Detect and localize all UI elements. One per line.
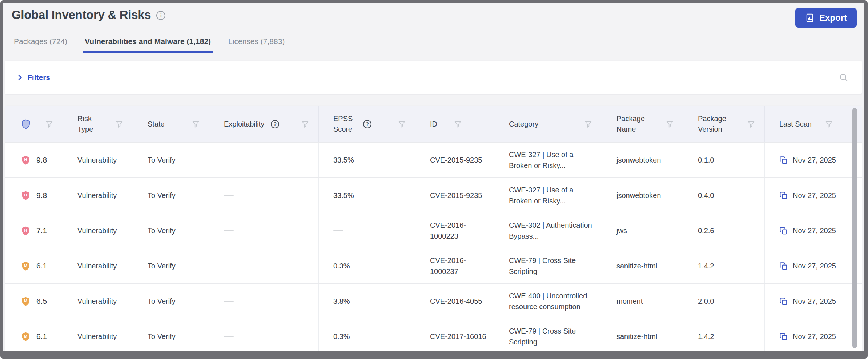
- last-scan-cell: Nov 27, 2025: [764, 248, 862, 283]
- package-name-cell: jws: [602, 213, 683, 248]
- state-cell: To Verify: [133, 284, 209, 319]
- state-cell: To Verify: [133, 319, 209, 351]
- page-title: Global Inventory & Risks: [12, 8, 151, 22]
- risk-type-cell: Vulnerability: [63, 248, 133, 283]
- column-header-package-name[interactable]: Package Name: [602, 106, 683, 142]
- epss-score-cell: 0.3%: [318, 319, 415, 351]
- severity-high-shield-icon: H: [21, 155, 30, 165]
- tab-packages[interactable]: Packages (724): [12, 33, 69, 53]
- filters-bar: Filters: [5, 61, 862, 94]
- filter-icon[interactable]: [666, 120, 674, 128]
- cve-id-cell: CVE-2017-16016: [415, 319, 494, 351]
- package-version-cell: 2.0.0: [683, 284, 764, 319]
- table-row[interactable]: M 6.5 Vulnerability To Verify — 3.8% CVE…: [5, 283, 862, 319]
- table-row[interactable]: H 7.1 Vulnerability To Verify — — CVE-20…: [5, 213, 862, 248]
- search-icon[interactable]: [839, 72, 849, 83]
- severity-cell: H 9.8: [5, 178, 63, 213]
- help-icon[interactable]: [363, 120, 371, 128]
- tab-licenses[interactable]: Licenses (7,883): [226, 33, 287, 53]
- copy-icon[interactable]: [779, 297, 788, 306]
- export-button[interactable]: Export: [795, 8, 857, 28]
- exploitability-cell: —: [209, 319, 318, 351]
- copy-icon[interactable]: [779, 191, 788, 200]
- table-row[interactable]: H 9.8 Vulnerability To Verify — 33.5% CV…: [5, 177, 862, 213]
- info-icon[interactable]: [156, 11, 165, 20]
- page-content: Global Inventory & Risks Export Packages…: [3, 3, 864, 351]
- column-header-last-scan[interactable]: Last Scan: [764, 106, 862, 142]
- column-header-exploitability[interactable]: Exploitability: [209, 106, 318, 142]
- state-cell: To Verify: [133, 213, 209, 248]
- exploitability-cell: —: [209, 284, 318, 319]
- category-cell: CWE-327 | Use of a Broken or Risky...: [494, 143, 602, 177]
- exploitability-cell: —: [209, 143, 318, 177]
- column-header-id[interactable]: ID: [415, 106, 494, 142]
- title-wrap: Global Inventory & Risks: [12, 8, 165, 22]
- table-row[interactable]: H 9.8 Vulnerability To Verify — 33.5% CV…: [5, 142, 862, 177]
- last-scan-cell: Nov 27, 2025: [764, 143, 862, 177]
- filter-icon[interactable]: [584, 120, 592, 128]
- severity-medium-shield-icon: M: [21, 332, 30, 342]
- epss-score-cell: —: [318, 213, 415, 248]
- column-header-risk-type[interactable]: Risk Type: [63, 106, 133, 142]
- table-header-row: Risk Type State Exploitability: [5, 106, 862, 142]
- state-cell: To Verify: [133, 248, 209, 283]
- epss-score-cell: 33.5%: [318, 143, 415, 177]
- severity-score: 9.8: [36, 156, 47, 164]
- page-header: Global Inventory & Risks Export: [5, 3, 862, 28]
- package-name-cell: jsonwebtoken: [602, 143, 683, 177]
- severity-cell: H 7.1: [5, 213, 63, 248]
- column-header-state[interactable]: State: [133, 106, 209, 142]
- filter-icon[interactable]: [45, 120, 53, 128]
- severity-cell: M 6.5: [5, 284, 63, 319]
- severity-high-shield-icon: H: [21, 191, 30, 200]
- filter-icon[interactable]: [116, 120, 123, 128]
- severity-medium-shield-icon: M: [21, 296, 30, 306]
- filter-icon[interactable]: [747, 120, 755, 128]
- copy-icon[interactable]: [779, 332, 788, 341]
- filter-icon[interactable]: [301, 120, 309, 128]
- filter-icon[interactable]: [454, 120, 462, 128]
- state-cell: To Verify: [133, 143, 209, 177]
- column-header-epss-score[interactable]: EPSS Score: [318, 106, 415, 142]
- column-header-category[interactable]: Category: [494, 106, 602, 142]
- severity-score: 7.1: [36, 226, 47, 235]
- cve-id-cell: CVE-2016-1000237: [415, 248, 494, 283]
- filters-label: Filters: [27, 73, 50, 82]
- last-scan-cell: Nov 27, 2025: [764, 213, 862, 248]
- filter-icon[interactable]: [398, 120, 406, 128]
- filter-icon[interactable]: [825, 120, 833, 128]
- exploitability-cell: —: [209, 248, 318, 283]
- severity-cell: M 6.1: [5, 319, 63, 351]
- severity-high-shield-icon: H: [21, 226, 30, 236]
- exploitability-cell: —: [209, 213, 318, 248]
- risk-type-cell: Vulnerability: [63, 143, 133, 177]
- copy-icon[interactable]: [779, 227, 788, 235]
- epss-score-cell: 0.3%: [318, 248, 415, 283]
- cve-id-cell: CVE-2016-1000223: [415, 213, 494, 248]
- severity-cell: H 9.8: [5, 143, 63, 177]
- filters-toggle[interactable]: Filters: [17, 73, 50, 82]
- package-name-cell: moment: [602, 284, 683, 319]
- table-scrollbar[interactable]: [852, 108, 857, 348]
- package-name-cell: sanitize-html: [602, 319, 683, 351]
- severity-score: 6.1: [36, 332, 47, 341]
- last-scan-cell: Nov 27, 2025: [764, 284, 862, 319]
- export-report-icon: [805, 13, 815, 23]
- help-icon[interactable]: [271, 120, 279, 128]
- tab-vulnerabilities-and-malware[interactable]: Vulnerabilities and Malware (1,182): [83, 33, 213, 53]
- table-row[interactable]: M 6.1 Vulnerability To Verify — 0.3% CVE…: [5, 319, 862, 351]
- last-scan-cell: Nov 27, 2025: [764, 319, 862, 351]
- cve-id-cell: CVE-2016-4055: [415, 284, 494, 319]
- filter-icon[interactable]: [192, 120, 200, 128]
- copy-icon[interactable]: [779, 156, 788, 164]
- table-row[interactable]: M 6.1 Vulnerability To Verify — 0.3% CVE…: [5, 248, 862, 283]
- vulnerabilities-table: Risk Type State Exploitability: [5, 106, 862, 351]
- epss-score-cell: 3.8%: [318, 284, 415, 319]
- column-header-package-version[interactable]: Package Version: [683, 106, 764, 142]
- risk-type-cell: Vulnerability: [63, 319, 133, 351]
- export-button-label: Export: [819, 13, 847, 23]
- tab-bar: Packages (724) Vulnerabilities and Malwa…: [5, 28, 862, 53]
- column-header-severity[interactable]: [5, 106, 63, 142]
- copy-icon[interactable]: [779, 262, 788, 270]
- package-version-cell: 0.4.0: [683, 178, 764, 213]
